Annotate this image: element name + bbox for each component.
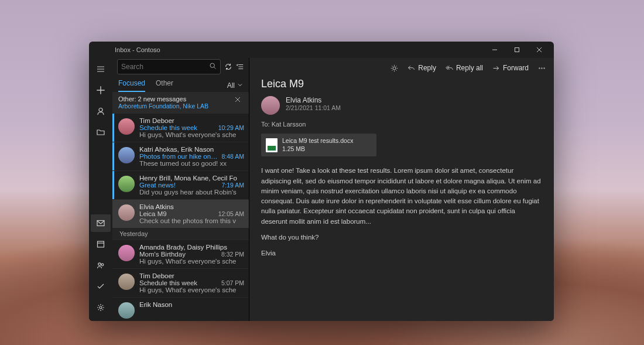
attachment-size: 1.25 MB bbox=[282, 145, 353, 153]
message-sender: Henry Brill, Mona Kane, Cecil Fo bbox=[139, 175, 237, 182]
avatar bbox=[118, 118, 135, 135]
avatar bbox=[118, 204, 135, 221]
folders-button[interactable] bbox=[91, 124, 111, 141]
avatar bbox=[118, 176, 135, 192]
message-subject: Leica M9 bbox=[139, 210, 167, 217]
people-nav-button[interactable] bbox=[91, 257, 111, 274]
svg-point-33 bbox=[539, 67, 540, 69]
svg-point-13 bbox=[98, 263, 101, 265]
sync-button[interactable] bbox=[224, 60, 232, 73]
message-item[interactable]: Henry Brill, Mona Kane, Cecil Fo Great n… bbox=[112, 170, 249, 199]
message-subject: Schedule this week bbox=[139, 124, 197, 131]
maximize-button[interactable] bbox=[507, 44, 527, 56]
message-sender: Erik Nason bbox=[139, 301, 172, 308]
message-subject: Great news! bbox=[139, 182, 176, 189]
svg-line-28 bbox=[392, 66, 393, 66]
message-sender: Amanda Brady, Daisy Phillips bbox=[139, 244, 227, 251]
calendar-nav-button[interactable] bbox=[91, 235, 111, 253]
attachment[interactable]: Leica M9 test results.docx 1.25 MB bbox=[261, 134, 376, 156]
todo-nav-button[interactable] bbox=[91, 278, 111, 295]
mail-app-window: Inbox - Contoso bbox=[89, 42, 554, 321]
other-inbox-banner[interactable]: Other: 2 new messages Arboretum Foundati… bbox=[112, 92, 249, 113]
svg-rect-11 bbox=[98, 241, 104, 247]
message-time: 8:48 AM bbox=[221, 153, 244, 160]
message-item[interactable]: Erik Nason bbox=[112, 297, 249, 321]
nav-rail bbox=[89, 58, 112, 321]
message-preview: Hi guys, What's everyone's sche bbox=[139, 258, 244, 265]
svg-point-35 bbox=[544, 67, 545, 69]
message-item[interactable]: Katri Ahokas, Erik Nason Photos from our… bbox=[112, 142, 249, 170]
mail-body: I want one! Take a look at these test re… bbox=[261, 166, 542, 258]
chevron-down-icon bbox=[237, 81, 243, 90]
avatar bbox=[118, 147, 135, 163]
message-item[interactable]: Tim Deboer Schedule this week5:07 PM Hi … bbox=[112, 268, 249, 297]
svg-line-17 bbox=[214, 67, 216, 69]
settings-nav-button[interactable] bbox=[91, 299, 111, 316]
message-time: 7:19 AM bbox=[221, 182, 244, 189]
message-sender: Katri Ahokas, Erik Nason bbox=[139, 146, 214, 153]
message-preview: Check out the photos from this v bbox=[139, 217, 244, 224]
hamburger-menu-button[interactable] bbox=[91, 60, 111, 78]
message-sender: Tim Deboer bbox=[139, 117, 174, 124]
tab-focused[interactable]: Focused bbox=[118, 79, 145, 92]
reply-all-button[interactable]: Reply all bbox=[446, 64, 483, 72]
svg-point-9 bbox=[99, 108, 102, 112]
mail-date: 2/21/2021 11:01 AM bbox=[286, 104, 341, 111]
message-subject: Schedule this week bbox=[139, 279, 197, 286]
mail-from-name: Elvia Atkins bbox=[286, 96, 341, 104]
minimize-button[interactable] bbox=[485, 44, 505, 56]
message-time: 12:05 AM bbox=[218, 210, 244, 217]
close-button[interactable] bbox=[529, 44, 549, 56]
excel-file-icon bbox=[266, 138, 278, 152]
message-item[interactable]: Tim Deboer Schedule this week10:29 AM Hi… bbox=[112, 113, 249, 142]
svg-point-15 bbox=[100, 306, 102, 309]
filter-dropdown[interactable]: All bbox=[227, 81, 243, 90]
message-subject: Mom's Birthday bbox=[139, 251, 186, 258]
filter-label: All bbox=[227, 81, 235, 90]
forward-button[interactable]: Forward bbox=[492, 64, 529, 72]
tab-other[interactable]: Other bbox=[156, 79, 173, 92]
other-banner-title: Other: 2 new messages bbox=[118, 95, 208, 103]
message-list: Tim Deboer Schedule this week10:29 AM Hi… bbox=[112, 113, 249, 321]
reply-label: Reply bbox=[418, 64, 436, 72]
svg-point-34 bbox=[542, 67, 543, 69]
search-box[interactable] bbox=[117, 59, 221, 74]
sender-avatar bbox=[261, 96, 280, 115]
message-preview: Did you guys hear about Robin's bbox=[139, 189, 244, 196]
reading-toolbar: Reply Reply all Forward bbox=[249, 58, 554, 78]
reply-button[interactable]: Reply bbox=[407, 64, 436, 72]
message-subject: Photos from our hike on Maple bbox=[139, 153, 218, 160]
other-banner-senders: Arboretum Foundation, Nike LAB bbox=[118, 103, 208, 110]
message-preview: Hi guys, What's everyone's sche bbox=[139, 131, 244, 138]
date-header: Yesterday bbox=[112, 228, 249, 240]
compose-button[interactable] bbox=[91, 81, 111, 99]
titlebar: Inbox - Contoso bbox=[89, 42, 554, 58]
message-time: 8:32 PM bbox=[221, 251, 244, 258]
window-title: Inbox - Contoso bbox=[115, 46, 160, 53]
reading-pane: Reply Reply all Forward Leica M9 Elvia A… bbox=[249, 58, 554, 321]
message-preview: Hi guys, What's everyone's sche bbox=[139, 286, 244, 293]
dismiss-other-banner[interactable] bbox=[232, 95, 243, 105]
svg-line-30 bbox=[396, 66, 397, 66]
svg-point-14 bbox=[101, 264, 104, 266]
search-icon bbox=[209, 62, 217, 72]
selection-mode-button[interactable] bbox=[236, 60, 244, 73]
message-list-pane: Focused Other All Other: 2 new messages … bbox=[112, 58, 249, 321]
message-sender: Tim Deboer bbox=[139, 272, 174, 279]
search-input[interactable] bbox=[121, 63, 209, 71]
message-item[interactable]: Amanda Brady, Daisy Phillips Mom's Birth… bbox=[112, 240, 249, 268]
svg-rect-1 bbox=[515, 48, 519, 52]
svg-point-23 bbox=[393, 67, 396, 70]
message-time: 10:29 AM bbox=[218, 124, 244, 131]
avatar bbox=[118, 245, 135, 261]
avatar bbox=[118, 302, 135, 319]
mail-nav-button[interactable] bbox=[91, 214, 111, 232]
more-actions-button[interactable] bbox=[538, 64, 546, 72]
attachment-name: Leica M9 test results.docx bbox=[282, 137, 353, 145]
accounts-button[interactable] bbox=[91, 103, 111, 120]
sunny-icon-button[interactable] bbox=[390, 64, 398, 72]
svg-line-29 bbox=[396, 70, 397, 70]
message-item[interactable]: Elvia Atkins Leica M912:05 AM Check out … bbox=[112, 199, 249, 228]
mail-to: To: Kat Larsson bbox=[261, 121, 542, 128]
mail-subject: Leica M9 bbox=[261, 78, 542, 90]
